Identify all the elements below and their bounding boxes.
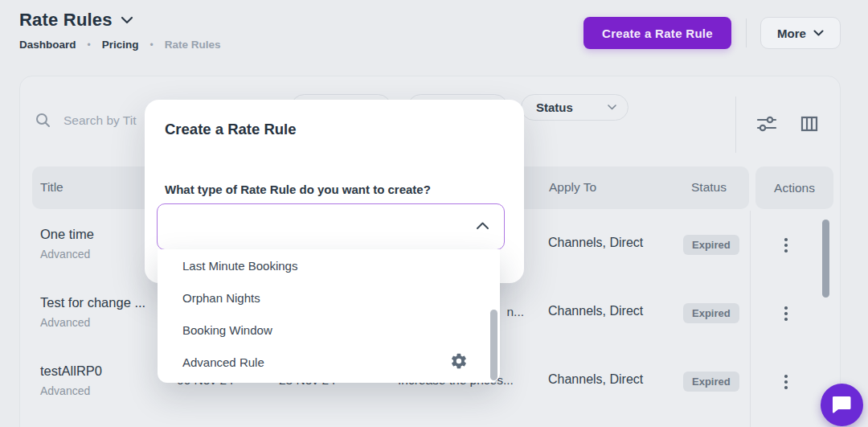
status-chevron-down-icon (608, 105, 616, 110)
dropdown-scrollbar[interactable] (490, 310, 497, 380)
rule-type-select[interactable] (157, 203, 505, 250)
columns-view-icon[interactable] (800, 113, 821, 134)
rule-type-option[interactable]: Last Minute Bookings (158, 249, 500, 281)
row-actions-kebab-icon[interactable] (776, 302, 796, 326)
rule-type: Advanced (40, 316, 90, 329)
rule-apply-to: Channels, Direct (548, 304, 643, 318)
rule-type-option[interactable]: Booking Window (158, 314, 500, 346)
rule-type-option-label: Orphan Nights (182, 291, 260, 305)
rule-type: Advanced (40, 384, 90, 397)
title-chevron-down-icon[interactable] (121, 16, 133, 24)
status-badge-wrap: Expired (683, 235, 739, 255)
rule-type-options: Last Minute Bookings Orphan Nights Booki… (158, 249, 500, 378)
rule-type-option[interactable]: Orphan Nights (158, 281, 500, 314)
rule-title: One time (40, 227, 94, 242)
rule-type-option[interactable]: Advanced Rule (158, 346, 500, 378)
rule-title: testAllRP0 (40, 363, 102, 379)
rule-type-dropdown-panel: Last Minute Bookings Orphan Nights Booki… (158, 249, 500, 383)
column-header-actions: Actions (774, 181, 815, 195)
more-chevron-down-icon (813, 30, 824, 36)
status-badge-wrap: Expired (683, 372, 739, 392)
breadcrumb: Dashboard Pricing Rate Rules (19, 39, 220, 51)
create-rate-rule-button[interactable]: Create a Rate Rule (583, 17, 731, 49)
rate-rules-page: Rate Rules Dashboard Pricing Rate Rules … (0, 0, 868, 427)
breadcrumb-rate-rules: Rate Rules (165, 39, 221, 51)
breadcrumb-dashboard[interactable]: Dashboard (19, 39, 76, 51)
chat-widget-button[interactable] (821, 384, 863, 426)
rule-type-question-label: What type of Rate Rule do you want to cr… (165, 183, 431, 196)
search-icon (35, 113, 51, 128)
gear-icon[interactable] (450, 352, 468, 370)
row-actions-kebab-icon[interactable] (776, 233, 796, 257)
page-title-row: Rate Rules (19, 10, 133, 31)
header-divider (746, 18, 747, 47)
status-badge: Expired (683, 372, 739, 392)
rule-type-option-label: Advanced Rule (182, 355, 264, 369)
more-button[interactable]: More (760, 17, 841, 49)
filter-sliders-icon[interactable] (756, 113, 777, 134)
row-actions-kebab-icon[interactable] (776, 370, 796, 394)
status-filter-dropdown[interactable]: Status (521, 94, 628, 121)
breadcrumb-pricing[interactable]: Pricing (102, 39, 139, 51)
select-chevron-up-icon (476, 221, 489, 230)
rule-type-option-label: Last Minute Bookings (182, 259, 297, 273)
table-header-actions: Actions (755, 166, 833, 209)
column-header-status[interactable]: Status (691, 180, 727, 195)
rule-type: Advanced (40, 248, 90, 261)
rule-apply-to: Channels, Direct (548, 372, 643, 387)
column-header-apply-to[interactable]: Apply To (549, 180, 596, 195)
modal-title: Create a Rate Rule (165, 121, 296, 138)
rule-title: Test for change ... (40, 295, 145, 310)
column-header-title[interactable]: Title (40, 180, 63, 195)
status-badge: Expired (683, 235, 739, 255)
status-badge: Expired (683, 303, 739, 323)
status-badge-wrap: Expired (683, 303, 739, 323)
more-button-label: More (777, 27, 806, 40)
status-filter-label: Status (536, 101, 573, 114)
rule-apply-to: Channels, Direct (548, 236, 643, 250)
page-title: Rate Rules (19, 10, 113, 31)
toolbar-divider (735, 96, 736, 153)
breadcrumb-dot-icon (88, 39, 91, 51)
breadcrumb-dot-icon (149, 39, 153, 51)
rule-type-option-label: Booking Window (182, 323, 272, 337)
chat-bubble-icon (832, 396, 853, 415)
